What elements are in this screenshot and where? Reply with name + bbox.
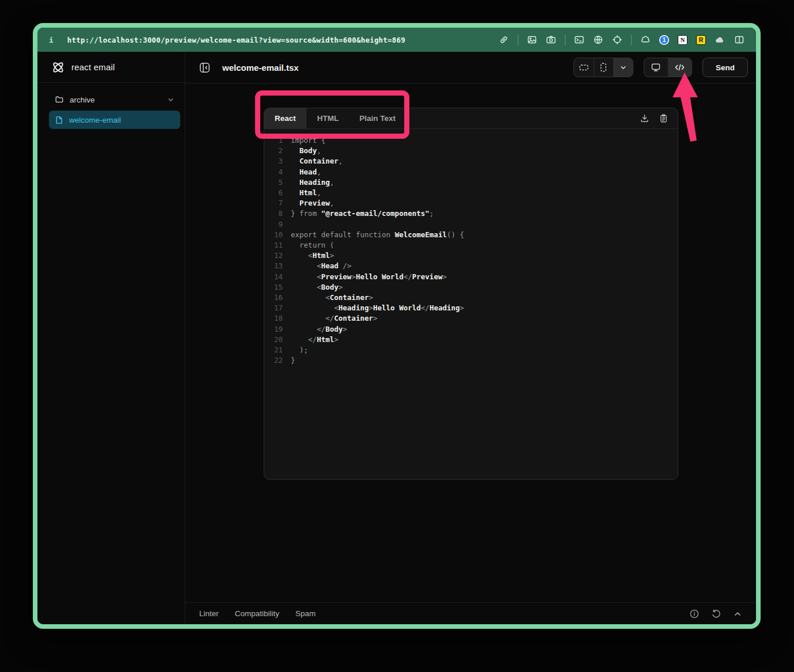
- main-panel: welcome-email.tsx: [185, 52, 756, 624]
- sidebar-folder-label: archive: [70, 96, 95, 104]
- code-line: 14 <Preview>Hello World</Preview>: [264, 272, 678, 282]
- chevron-down-icon: [620, 64, 627, 71]
- file-icon: [55, 116, 63, 124]
- code-line: 15 <Body>: [264, 282, 678, 293]
- code-line: 21 );: [264, 345, 678, 355]
- sidebar-toggle-icon: [199, 62, 211, 74]
- page-title: welcome-email.tsx: [222, 63, 299, 73]
- height-size-icon: [598, 62, 609, 73]
- code-line: 17 <Heading>Hello World</Heading>: [264, 303, 678, 313]
- code-line: 10export default function WelcomeEmail()…: [264, 230, 678, 240]
- code-line: 2 Body,: [264, 146, 678, 156]
- split-view-icon[interactable]: [734, 35, 744, 45]
- tab-compatibility[interactable]: Compatibility: [235, 609, 279, 618]
- browser-window: i http://localhost:3000/preview/welcome-…: [33, 23, 761, 629]
- preview-view-button[interactable]: [644, 58, 668, 77]
- cloud-icon[interactable]: [715, 35, 725, 45]
- toolbar-divider: [565, 35, 565, 45]
- code-line: 4 Head,: [264, 167, 678, 177]
- code-panel: React HTML Plain Text 1import {2 Body,3 …: [264, 108, 678, 480]
- view-mode-toggle: [644, 58, 692, 77]
- info-glyph: i: [49, 36, 54, 44]
- code-line: 5 Heading,: [264, 177, 678, 188]
- react-email-app: react email archive welcome-email: [37, 52, 756, 624]
- sidebar-item-label: welcome-email: [69, 116, 121, 124]
- chevron-down-icon: [167, 96, 174, 104]
- screenshot-icon[interactable]: [527, 35, 537, 45]
- folder-icon: [55, 95, 64, 104]
- bottom-bar-actions: [689, 609, 742, 619]
- viewport-size-controls: [573, 58, 633, 77]
- tab-spam[interactable]: Spam: [295, 609, 316, 618]
- viewport-size-dropdown[interactable]: [613, 58, 633, 77]
- code-line: 13 <Head />: [264, 261, 678, 271]
- email-tree: archive welcome-email: [37, 83, 185, 129]
- code-line: 7 Preview,: [264, 198, 678, 208]
- address-bar[interactable]: http://localhost:3000/preview/welcome-em…: [67, 36, 405, 44]
- crosshair-icon[interactable]: [612, 35, 622, 45]
- tab-linter[interactable]: Linter: [199, 609, 219, 618]
- link-icon[interactable]: [499, 35, 509, 45]
- camera-icon[interactable]: [546, 35, 556, 45]
- tab-html[interactable]: HTML: [307, 108, 349, 128]
- react-email-logo-icon: [51, 60, 65, 74]
- toolbar-divider: [631, 35, 632, 45]
- toolbar-divider: [518, 35, 518, 45]
- notion-badge[interactable]: N: [678, 35, 687, 45]
- code-actions: [640, 108, 678, 128]
- main-header: welcome-email.tsx: [185, 52, 756, 83]
- source-view: React HTML Plain Text 1import {2 Body,3 …: [185, 83, 756, 602]
- source-view-icon: [674, 62, 685, 73]
- terminal-icon[interactable]: [574, 35, 584, 45]
- viewport-height-button[interactable]: [594, 58, 613, 77]
- sidebar-item-welcome-email[interactable]: welcome-email: [49, 111, 180, 129]
- app-logo[interactable]: react email: [37, 52, 185, 83]
- sidebar: react email archive welcome-email: [37, 52, 185, 624]
- width-size-icon: [579, 62, 589, 73]
- source-view-button[interactable]: [668, 58, 692, 77]
- download-icon[interactable]: [640, 113, 649, 123]
- reset-icon[interactable]: [711, 609, 721, 619]
- header-controls: Send: [573, 58, 748, 77]
- extension-icon[interactable]: [640, 35, 651, 45]
- code-line: 20 </Html>: [264, 335, 678, 345]
- tab-plain-text[interactable]: Plain Text: [349, 108, 406, 128]
- info-icon[interactable]: [689, 609, 700, 619]
- code-line: 16 <Container>: [264, 293, 678, 303]
- desktop-view-icon: [651, 62, 661, 73]
- code-line: 18 </Container>: [264, 313, 678, 324]
- code-lines: 1import {2 Body,3 Container,4 Head,5 Hea…: [264, 129, 678, 479]
- code-line: 12 <Html>: [264, 250, 678, 261]
- sidebar-toggle-button[interactable]: [196, 59, 213, 76]
- code-line: 6 Html,: [264, 188, 678, 198]
- browser-actions: 1 N R: [499, 35, 744, 45]
- sidebar-folder-archive[interactable]: archive: [49, 90, 180, 109]
- refined-github-badge[interactable]: R: [696, 35, 706, 45]
- code-line: 22}: [264, 355, 678, 366]
- bottom-bar: Linter Compatibility Spam: [185, 602, 756, 624]
- code-line: 9: [264, 219, 678, 230]
- source-tabs: React HTML Plain Text: [264, 108, 678, 129]
- code-line: 3 Container,: [264, 156, 678, 166]
- tab-react[interactable]: React: [264, 108, 307, 128]
- browser-toolbar: i http://localhost:3000/preview/welcome-…: [37, 28, 756, 52]
- copy-icon[interactable]: [659, 113, 668, 123]
- code-line: 19 </Body>: [264, 324, 678, 335]
- code-line: 1import {: [264, 135, 678, 146]
- viewport-width-button[interactable]: [574, 58, 594, 77]
- code-line: 8} from "@react-email/components";: [264, 208, 678, 219]
- collapse-icon[interactable]: [733, 609, 742, 618]
- app-logo-label: react email: [71, 62, 115, 72]
- onepassword-badge[interactable]: 1: [659, 35, 669, 45]
- send-button[interactable]: Send: [702, 58, 748, 77]
- code-line: 11 return (: [264, 240, 678, 250]
- globe-icon[interactable]: [593, 35, 603, 45]
